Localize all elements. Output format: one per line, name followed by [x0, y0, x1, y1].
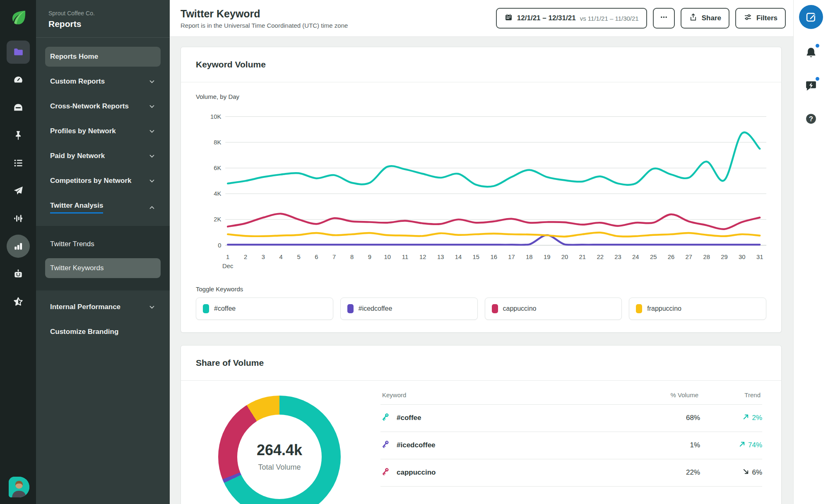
svg-text:27: 27: [686, 254, 693, 260]
rail-bar-chart-icon[interactable]: [7, 235, 30, 258]
key-icon: [380, 439, 390, 451]
utility-help-icon[interactable]: ?: [802, 109, 821, 128]
sprout-logo[interactable]: [9, 9, 28, 28]
utility-compose-icon[interactable]: [799, 5, 823, 29]
sidebar-item-paid-by-network[interactable]: Paid by Network: [45, 146, 161, 166]
svg-text:23: 23: [614, 254, 621, 260]
rail-audio-wave-icon[interactable]: [7, 207, 30, 230]
series-coffee: [228, 132, 760, 187]
toggle-keywords-label: Toggle Keywords: [196, 286, 766, 293]
chevron-down-icon: [148, 152, 156, 160]
table-row-icedcoffee[interactable]: #icedcoffee 1% 74%: [380, 432, 762, 459]
share-button[interactable]: Share: [681, 8, 729, 29]
keyword-toggle-icedcoffee[interactable]: #icedcoffee: [340, 298, 478, 320]
sidebar-subitem-twitter-trends[interactable]: Twitter Trends: [45, 234, 161, 254]
svg-text:15: 15: [473, 254, 480, 260]
keyword-name: cappuccino: [397, 468, 436, 477]
notification-dot: [815, 43, 820, 48]
keyword-color-swatch: [203, 304, 209, 313]
page-title: Twitter Keyword: [181, 8, 348, 20]
sidebar-item-custom-reports[interactable]: Custom Reports: [45, 72, 161, 91]
sidebar-item-internal-performance[interactable]: Internal Performance: [45, 297, 161, 317]
svg-text:28: 28: [703, 254, 710, 260]
svg-text:24: 24: [632, 254, 639, 260]
svg-text:14: 14: [455, 254, 462, 260]
rail-folder-icon[interactable]: [7, 41, 30, 64]
sidebar-item-label: Custom Reports: [50, 77, 105, 86]
rail-list-icon[interactable]: [7, 151, 30, 175]
svg-text:31: 31: [756, 254, 763, 260]
svg-text:25: 25: [650, 254, 657, 260]
sidebar-item-profiles-by-network[interactable]: Profiles by Network: [45, 121, 161, 141]
keyword-share-table: Keyword % Volume Trend #coffee 68% 2% #i…: [380, 386, 762, 504]
chevron-down-icon: [148, 127, 156, 135]
sidebar-item-twitter-analysis[interactable]: Twitter Analysis: [45, 196, 161, 219]
chevron-down-icon: [148, 303, 156, 311]
total-volume-caption: Total Volume: [258, 463, 301, 472]
svg-text:?: ?: [809, 115, 813, 122]
svg-text:8K: 8K: [214, 139, 221, 146]
filters-button[interactable]: Filters: [735, 8, 786, 29]
more-options-button[interactable]: [653, 8, 675, 29]
svg-text:21: 21: [579, 254, 586, 260]
sidebar-item-label: Cross-Network Reports: [50, 102, 129, 110]
keyword-volume-card: Keyword Volume Volume, by Day 02K4K6K8K1…: [181, 47, 782, 333]
trend-value: 6%: [752, 468, 762, 477]
key-icon: [380, 412, 390, 424]
trend-value: 74%: [748, 441, 762, 449]
keyword-toggle-label: #icedcoffee: [359, 305, 392, 312]
rail-robot-icon[interactable]: [7, 262, 30, 286]
rail-star-icon[interactable]: [7, 290, 30, 313]
table-row-coffee[interactable]: #coffee 68% 2%: [380, 405, 762, 432]
rail-paper-plane-icon[interactable]: [7, 179, 30, 202]
sidebar-item-label: Reports Home: [50, 53, 98, 61]
reports-sidebar: Sprout Coffee Co. Reports Reports HomeCu…: [36, 0, 170, 504]
report-content: Keyword Volume Volume, by Day 02K4K6K8K1…: [170, 37, 793, 504]
svg-text:30: 30: [739, 254, 746, 260]
app-window: Sprout Coffee Co. Reports Reports HomeCu…: [0, 0, 828, 504]
keyword-toggle-label: #coffee: [214, 305, 236, 312]
keyword-toggle-frappuccino[interactable]: frappuccino: [629, 298, 766, 320]
table-row-cappuccino[interactable]: cappuccino 22% 6%: [380, 459, 762, 487]
table-header-row: Keyword % Volume Trend: [380, 386, 762, 405]
keyword-color-swatch: [347, 304, 354, 313]
utility-bell-icon[interactable]: [802, 43, 821, 62]
svg-text:2K: 2K: [214, 216, 221, 223]
sidebar-item-label: Twitter Keywords: [50, 264, 104, 272]
keyword-toggle-coffee[interactable]: #coffee: [196, 298, 333, 320]
date-range-button[interactable]: 12/1/21 – 12/31/21 vs 11/1/21 – 11/30/21: [496, 8, 647, 29]
keyword-volume-line-chart: 02K4K6K8K10K1234567891011121314151617181…: [196, 105, 766, 273]
sidebar-item-competitors-by-network[interactable]: Competitors by Network: [45, 171, 161, 191]
account-name: Sprout Coffee Co.: [48, 10, 157, 17]
share-of-volume-title: Share of Volume: [181, 346, 781, 381]
rail-gauge-icon[interactable]: [7, 68, 30, 91]
sidebar-subitem-twitter-keywords[interactable]: Twitter Keywords: [45, 258, 161, 278]
svg-text:6K: 6K: [214, 165, 221, 171]
rail-pin-icon[interactable]: [7, 124, 30, 147]
svg-text:20: 20: [561, 254, 568, 260]
keyword-toggle-cappuccino[interactable]: cappuccino: [485, 298, 622, 320]
svg-text:12: 12: [419, 254, 426, 260]
svg-text:4K: 4K: [214, 190, 221, 197]
report-header: Twitter Keyword Report is in the Univers…: [170, 0, 793, 37]
utility-chat-lightning-icon[interactable]: [802, 76, 821, 95]
trend-value: 2%: [752, 414, 762, 422]
svg-text:19: 19: [544, 254, 551, 260]
rail-inbox-icon[interactable]: [7, 96, 30, 119]
sidebar-item-label: Profiles by Network: [50, 127, 116, 135]
main-area: Twitter Keyword Report is in the Univers…: [170, 0, 793, 504]
keyword-name: #icedcoffee: [397, 441, 436, 449]
sidebar-item-customize-branding[interactable]: Customize Branding: [45, 322, 161, 342]
sidebar-header: Sprout Coffee Co. Reports: [36, 0, 170, 38]
chevron-down-icon: [148, 103, 156, 110]
sidebar-item-cross-network-reports[interactable]: Cross-Network Reports: [45, 96, 161, 116]
svg-text:17: 17: [508, 254, 515, 260]
sidebar-item-reports-home[interactable]: Reports Home: [45, 47, 161, 67]
svg-text:8: 8: [350, 254, 354, 260]
svg-text:26: 26: [668, 254, 675, 260]
total-volume-value: 264.4k: [257, 442, 302, 459]
share-of-volume-donut: 264.4k Total Volume: [218, 396, 341, 504]
sidebar-item-label: Customize Branding: [50, 328, 118, 336]
svg-text:2: 2: [244, 254, 247, 260]
user-avatar[interactable]: [9, 477, 29, 497]
